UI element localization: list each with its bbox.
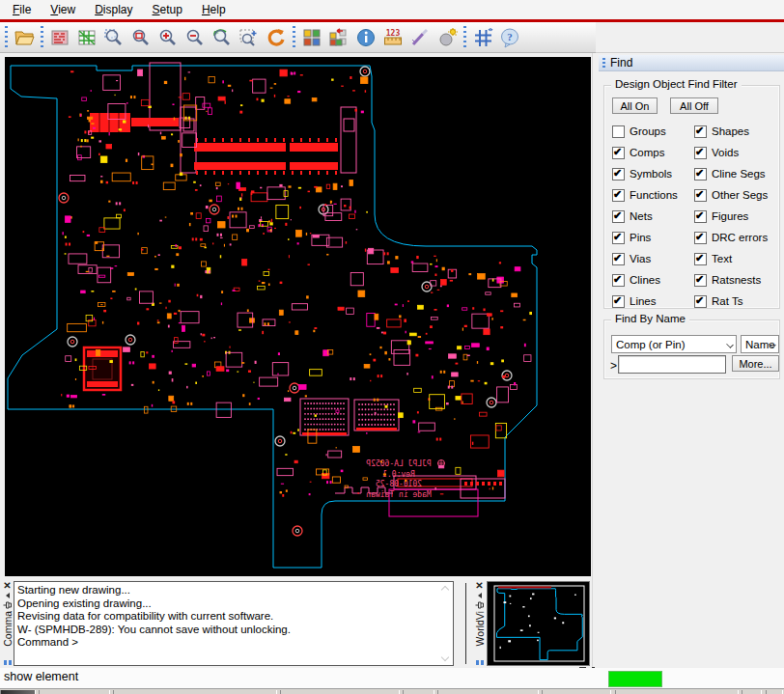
checkbox-checked-icon[interactable] (612, 168, 625, 180)
filter-clines[interactable]: Clines (612, 269, 694, 291)
scroll-up-icon[interactable] (442, 585, 450, 593)
menu-view[interactable]: View (41, 1, 85, 19)
filter-nets[interactable]: Nets (612, 206, 694, 227)
find-panel-header[interactable]: Find (599, 55, 784, 71)
scroll-down-icon[interactable] (442, 652, 450, 660)
checkbox-checked-icon[interactable] (694, 253, 707, 265)
toolbar-grip-icon[interactable] (5, 26, 8, 49)
status-cell (113, 690, 277, 694)
checkbox-checked-icon[interactable] (694, 147, 707, 159)
info-button[interactable] (352, 24, 379, 51)
checkbox-checked-icon[interactable] (612, 210, 625, 223)
close-icon[interactable]: ✕ (3, 581, 11, 590)
filter-symbols[interactable]: Symbols (612, 163, 694, 184)
collapse-arrow-icon[interactable] (478, 593, 482, 598)
toolbar-grip-icon[interactable] (463, 26, 466, 49)
dock-splitter[interactable] (465, 583, 466, 664)
all-off-button[interactable]: All Off (670, 97, 718, 114)
filter-ratsnests[interactable]: Ratsnests (694, 269, 776, 291)
checkbox-checked-icon[interactable] (694, 232, 707, 244)
pcb-design-svg[interactable]: PJLPJ LA-6052PRev:0.12010-08-25Made in T… (5, 57, 591, 576)
menu-file[interactable]: File (3, 1, 41, 19)
color-dialog-button[interactable] (298, 24, 325, 51)
worldview-panel-titlebar: ✕ WorldVi (473, 581, 486, 666)
console-line: Revising data for compatibility with cur… (17, 610, 439, 624)
design-object-find-filter-group: Design Object Find Filter All On All Off… (603, 85, 780, 309)
open-button[interactable] (11, 24, 38, 51)
zoom-previous-button[interactable] (209, 24, 236, 51)
checkbox-checked-icon[interactable] (694, 274, 707, 287)
checkbox-checked-icon[interactable] (612, 253, 625, 265)
zoom-out-button[interactable] (182, 24, 209, 51)
checkbox-checked-icon[interactable] (612, 147, 625, 159)
find-category-dropdown[interactable]: Comp (or Pin) (611, 335, 737, 353)
design-thumb-button[interactable] (46, 24, 73, 51)
dock-grip-icon[interactable] (4, 660, 12, 665)
menu-help[interactable]: Help (192, 1, 236, 19)
zoom-points-button[interactable] (100, 24, 127, 51)
filter-groups[interactable]: Groups (612, 121, 694, 142)
more-button[interactable]: More... (732, 355, 779, 372)
grid-board-button[interactable] (73, 24, 100, 51)
checkbox-checked-icon[interactable] (694, 295, 707, 308)
checkbox-checked-icon[interactable] (612, 274, 625, 287)
filter-figures[interactable]: Figures (694, 206, 776, 227)
dehilight-button[interactable] (406, 24, 434, 51)
filter-rat-ts[interactable]: Rat Ts (694, 291, 776, 312)
checkbox-checked-icon[interactable] (694, 168, 707, 180)
redraw-button[interactable] (263, 24, 290, 51)
pin-icon[interactable] (3, 600, 12, 610)
checkbox-checked-icon[interactable] (694, 125, 707, 138)
pcb-design-canvas[interactable]: PJLPJ LA-6052PRev:0.12010-08-25Made in T… (5, 57, 591, 576)
help-button[interactable]: ? (496, 24, 523, 51)
find-mode-dropdown[interactable]: Name (741, 335, 779, 353)
toolbar-grip-icon[interactable] (41, 26, 43, 49)
close-icon[interactable]: ✕ (475, 581, 483, 590)
menu-setup[interactable]: Setup (143, 1, 192, 19)
color-custom-button[interactable] (325, 24, 352, 51)
worldview-minimap[interactable] (487, 581, 590, 666)
filter-shapes[interactable]: Shapes (694, 121, 776, 142)
filter-text[interactable]: Text (694, 248, 776, 269)
filter-cline-segs[interactable]: Cline Segs (694, 163, 776, 184)
filter-vias[interactable]: Vias (612, 248, 694, 269)
zoom-in-button[interactable] (154, 24, 182, 51)
grid-toggle-button[interactable] (469, 24, 496, 51)
all-on-button[interactable]: All On (612, 97, 658, 114)
toolbar-grip-icon[interactable] (293, 26, 295, 49)
design-thumb-icon (49, 27, 70, 48)
filter-group-label: Design Object Find Filter (611, 78, 742, 90)
shaded-mode-button[interactable] (434, 24, 461, 51)
panel-grip-icon[interactable] (602, 58, 605, 69)
find-name-input[interactable] (618, 355, 726, 374)
find-by-name-group: Find By Name Comp (or Pin) Name > More..… (603, 319, 780, 379)
filter-lines[interactable]: Lines (612, 291, 694, 312)
filter-label: Ratsnests (707, 274, 761, 286)
filter-pins[interactable]: Pins (612, 227, 694, 248)
find-panel-title: Find (610, 56, 632, 69)
filter-other-segs[interactable]: Other Segs (694, 184, 776, 206)
dock-grip-icon[interactable] (476, 660, 484, 665)
filter-drc-errors[interactable]: DRC errors (694, 227, 776, 248)
filter-voids[interactable]: Voids (694, 142, 776, 163)
zoom-fit-button[interactable] (127, 24, 154, 51)
toolbar: 123? (0, 22, 596, 53)
pin-icon[interactable] (475, 600, 484, 610)
zoom-world-button[interactable] (236, 24, 263, 51)
filter-functions[interactable]: Functions (612, 184, 694, 206)
collapse-arrow-icon[interactable] (6, 593, 10, 598)
measure-button[interactable]: 123 (379, 24, 406, 51)
checkbox-unchecked-icon[interactable] (612, 125, 625, 138)
filter-comps[interactable]: Comps (612, 142, 694, 163)
command-console[interactable]: Starting new drawing...Opening existing … (14, 581, 454, 666)
checkbox-checked-icon[interactable] (612, 232, 625, 244)
checkbox-checked-icon[interactable] (694, 189, 707, 202)
filter-checkbox-grid: GroupsShapesCompsVoidsSymbolsCline SegsF… (612, 121, 776, 312)
chevron-down-icon (726, 341, 734, 348)
menu-display[interactable]: Display (85, 1, 142, 19)
checkbox-checked-icon[interactable] (694, 210, 707, 223)
checkbox-checked-icon[interactable] (612, 295, 625, 308)
svg-text:Rev:0.1: Rev:0.1 (382, 470, 415, 479)
checkbox-checked-icon[interactable] (612, 189, 625, 202)
grid-toggle-icon (472, 27, 493, 48)
